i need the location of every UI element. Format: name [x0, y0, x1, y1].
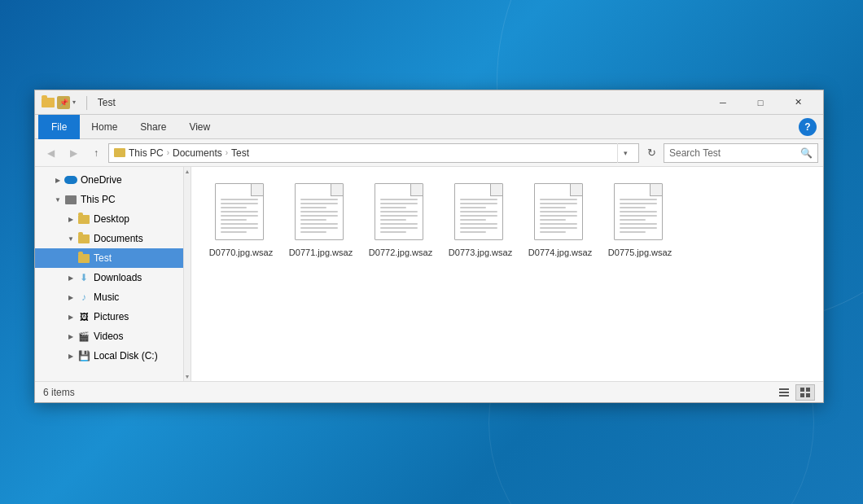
search-button[interactable]: 🔍: [800, 147, 813, 159]
file-item[interactable]: D0775.jpg.wsaz: [603, 180, 677, 261]
svg-rect-2: [779, 395, 789, 397]
up-button[interactable]: ↑: [85, 142, 107, 164]
breadcrumb-sep-2: ›: [226, 148, 228, 157]
sidebar-item-this-pc[interactable]: ▼ This PC: [35, 190, 183, 209]
address-bar[interactable]: This PC › Documents › Test ▾: [108, 143, 639, 163]
downloads-icon: ⬇: [77, 271, 90, 284]
title-bar-icons: 📌 ▾: [42, 96, 76, 109]
doc-lines: [300, 199, 338, 235]
doc-page-icon: [614, 183, 663, 240]
svg-rect-0: [779, 388, 789, 390]
breadcrumb-sep-1: ›: [167, 148, 169, 157]
tab-view[interactable]: View: [177, 115, 221, 139]
expand-icon-music: ▶: [64, 291, 77, 304]
back-button[interactable]: ◀: [40, 142, 61, 164]
scrollbar-down-arrow[interactable]: ▼: [185, 374, 191, 381]
music-icon: ♪: [77, 291, 90, 304]
title-folder-icon: [42, 98, 55, 107]
expand-icon-documents: ▼: [64, 232, 77, 245]
title-dropdown-icon[interactable]: ▾: [72, 99, 76, 106]
breadcrumb-documents[interactable]: Documents: [173, 147, 222, 159]
svg-rect-1: [779, 392, 789, 393]
doc-page-icon: [454, 183, 503, 240]
file-item[interactable]: D0771.jpg.wsaz: [284, 180, 357, 261]
doc-page-icon: [295, 183, 344, 240]
doc-page-icon: [375, 183, 423, 240]
file-name: D0773.jpg.wsaz: [449, 247, 512, 258]
sidebar-item-downloads[interactable]: ▶ ⬇ Downloads: [35, 268, 183, 287]
close-button[interactable]: ✕: [779, 90, 817, 115]
tile-view-icon: [799, 387, 811, 398]
help-button[interactable]: ?: [799, 118, 817, 136]
file-name: D0770.jpg.wsaz: [209, 247, 273, 258]
file-icon: [375, 183, 427, 243]
videos-icon: 🎬: [77, 330, 90, 343]
sidebar-items: ▶ OneDrive ▼ This PC ▶: [35, 167, 191, 369]
documents-folder-icon: [77, 232, 90, 245]
sidebar-scrollbar[interactable]: ▲ ▼: [183, 167, 191, 381]
breadcrumb-test[interactable]: Test: [231, 147, 249, 159]
file-icon: [454, 183, 506, 243]
tab-share[interactable]: Share: [129, 115, 177, 139]
this-pc-icon: [64, 193, 77, 206]
file-icon: [614, 183, 666, 243]
tab-file[interactable]: File: [38, 115, 80, 139]
breadcrumb-folder-icon: [114, 148, 125, 157]
sidebar-item-documents[interactable]: ▼ Documents: [35, 229, 183, 248]
svg-rect-5: [800, 393, 804, 397]
sidebar-item-pictures[interactable]: ▶ 🖼 Pictures: [35, 307, 183, 327]
sidebar-item-test[interactable]: Test: [35, 248, 183, 268]
sidebar-label-onedrive: OneDrive: [81, 174, 122, 186]
sidebar-item-videos[interactable]: ▶ 🎬 Videos: [35, 327, 183, 346]
file-icon: [534, 183, 586, 243]
sidebar-item-onedrive[interactable]: ▶ OneDrive: [35, 170, 183, 190]
sidebar-label-documents: Documents: [94, 233, 143, 244]
maximize-button[interactable]: □: [742, 90, 779, 115]
menu-bar: File Home Share View ?: [35, 115, 823, 139]
expand-icon-downloads: ▶: [64, 271, 77, 284]
content-area: ▲ ▼ ▶ OneDrive ▼: [35, 167, 823, 381]
pictures-icon: 🖼: [77, 310, 90, 323]
tile-view-button[interactable]: [795, 384, 815, 401]
file-explorer-window: 📌 ▾ │ Test ─ □ ✕ File Home Share View ? …: [34, 90, 824, 403]
expand-icon-local-disk: ▶: [64, 349, 77, 362]
sidebar-label-pictures: Pictures: [94, 311, 129, 322]
file-name: D0774.jpg.wsaz: [528, 247, 592, 258]
expand-icon-this-pc: ▼: [51, 193, 64, 206]
search-box[interactable]: 🔍: [664, 143, 818, 163]
sidebar-item-local-disk[interactable]: ▶ 💾 Local Disk (C:): [35, 346, 183, 366]
expand-icon-desktop: ▶: [64, 213, 77, 226]
disk-icon: 💾: [77, 349, 90, 362]
onedrive-icon: [64, 173, 77, 186]
address-dropdown-button[interactable]: ▾: [617, 143, 633, 163]
title-pin-icon: 📌: [57, 96, 70, 109]
file-icon: [295, 183, 347, 243]
file-item[interactable]: D0773.jpg.wsaz: [444, 180, 517, 261]
sidebar-item-desktop[interactable]: ▶ Desktop: [35, 209, 183, 229]
desktop-folder-icon: [77, 213, 90, 226]
forward-button[interactable]: ▶: [63, 142, 84, 164]
file-item[interactable]: D0774.jpg.wsaz: [523, 180, 597, 261]
status-bar: 6 items: [35, 381, 823, 402]
tab-home[interactable]: Home: [80, 115, 129, 139]
refresh-button[interactable]: ↻: [641, 142, 662, 164]
list-view-icon: [778, 387, 790, 398]
list-view-button[interactable]: [774, 384, 794, 401]
file-name: D0775.jpg.wsaz: [608, 247, 672, 258]
file-item[interactable]: D0770.jpg.wsaz: [204, 180, 278, 261]
title-bar: 📌 ▾ │ Test ─ □ ✕: [35, 90, 823, 115]
breadcrumb-this-pc[interactable]: This PC: [129, 147, 164, 159]
nav-bar: ◀ ▶ ↑ This PC › Documents › Test ▾ ↻ 🔍: [35, 139, 823, 167]
expand-icon-onedrive: ▶: [51, 173, 64, 186]
test-folder-icon: [77, 252, 90, 265]
svg-rect-6: [806, 393, 810, 397]
file-item[interactable]: D0772.jpg.wsaz: [364, 180, 437, 261]
sidebar-label-test: Test: [94, 252, 112, 264]
window-controls: ─ □ ✕: [704, 90, 817, 115]
expand-icon-videos: ▶: [64, 330, 77, 343]
minimize-button[interactable]: ─: [704, 90, 742, 115]
scrollbar-up-arrow[interactable]: ▲: [185, 167, 191, 174]
sidebar-item-music[interactable]: ▶ ♪ Music: [35, 287, 183, 307]
doc-page-icon: [215, 183, 264, 240]
search-input[interactable]: [669, 147, 800, 159]
